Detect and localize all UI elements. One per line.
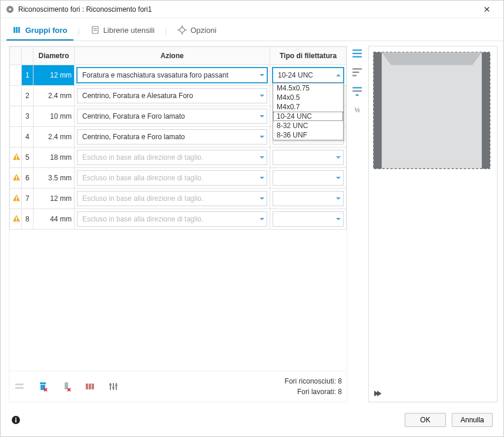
svg-rect-59 xyxy=(15,419,16,422)
action-dropdown[interactable]: Centrino, Foratura e Foro lamato xyxy=(77,129,267,144)
table-row[interactable]: 518 mmEscluso in base alla direzione di … xyxy=(10,147,347,168)
thread-dropdown[interactable] xyxy=(273,211,344,227)
svg-rect-18 xyxy=(16,179,17,180)
action-dropdown[interactable]: Escluso in base alla direzione di taglio… xyxy=(77,170,267,186)
col-diameter[interactable]: Diametro xyxy=(33,47,75,65)
thread-dropdown[interactable] xyxy=(273,150,344,165)
col-thread[interactable]: Tipo di filettatura xyxy=(270,47,347,65)
dropdown-option[interactable]: M4x0.7 xyxy=(273,102,343,112)
adjust-icon[interactable] xyxy=(108,381,119,392)
col-action[interactable]: Azione xyxy=(75,47,270,65)
table-row[interactable]: 712 mmEscluso in base alla direzione di … xyxy=(10,189,347,209)
row-index: 7 xyxy=(22,189,33,209)
thread-dropdown[interactable] xyxy=(273,170,344,186)
collapse-preview-icon[interactable] xyxy=(371,388,383,399)
thread-dropdown[interactable] xyxy=(273,191,344,206)
chevron-down-icon xyxy=(260,74,264,76)
action-value: Foratura e maschiatura svasatura foro pa… xyxy=(82,71,229,79)
tab-label: Librerie utensili xyxy=(103,26,154,35)
row-warning xyxy=(10,168,22,189)
svg-rect-20 xyxy=(16,196,17,199)
reorder-icon[interactable] xyxy=(85,381,95,392)
close-icon[interactable]: ✕ xyxy=(475,5,499,14)
info-icon[interactable] xyxy=(11,415,21,425)
preview-panel xyxy=(368,46,498,402)
thread-dropdown[interactable]: 10-24 UNC xyxy=(273,68,344,83)
percent-icon[interactable]: ½ xyxy=(352,105,362,115)
dropdown-option[interactable]: M4x0.5 xyxy=(273,93,343,102)
action-value: Centrino, Foratura e Alesatura Foro xyxy=(82,92,193,100)
row-index: 1 xyxy=(22,65,33,86)
filter-rows-icon[interactable] xyxy=(352,48,362,59)
dropdown-option[interactable]: 8-32 UNC xyxy=(273,121,343,130)
sort-icon[interactable] xyxy=(352,67,362,78)
expand-icon[interactable] xyxy=(352,86,362,96)
tab-librerie-utensili[interactable]: Librerie utensili xyxy=(85,22,160,41)
svg-rect-48 xyxy=(352,75,357,76)
action-value: Escluso in base alla direzione di taglio… xyxy=(82,194,203,203)
chevron-up-icon xyxy=(336,74,341,76)
svg-point-1 xyxy=(9,8,11,11)
groups-icon xyxy=(12,25,22,35)
thread-dropdown-list[interactable]: M4.5x0.75M4x0.5M4x0.710-24 UNC8-32 UNC8-… xyxy=(273,83,344,140)
chevron-down-icon xyxy=(336,218,341,220)
svg-rect-45 xyxy=(352,56,362,58)
svg-rect-34 xyxy=(86,384,88,389)
tab-opzioni[interactable]: Opzioni xyxy=(172,22,222,41)
svg-rect-53 xyxy=(374,52,382,169)
svg-rect-24 xyxy=(16,220,17,221)
svg-rect-46 xyxy=(352,68,362,69)
svg-point-8 xyxy=(180,28,184,32)
action-dropdown[interactable]: Centrino, Foratura e Foro lamato xyxy=(77,109,267,124)
svg-rect-52 xyxy=(374,52,490,169)
svg-point-40 xyxy=(109,384,112,386)
delete-group-icon[interactable] xyxy=(38,381,48,392)
action-dropdown[interactable]: Escluso in base alla direzione di taglio… xyxy=(77,191,267,206)
chevron-down-icon xyxy=(260,156,264,159)
svg-rect-49 xyxy=(352,87,362,88)
row-diameter: 2.4 mm xyxy=(33,127,75,147)
status-text: Fori riconosciuti: 8 Fori lavorati: 8 xyxy=(285,376,342,397)
group-similar-icon[interactable] xyxy=(14,381,25,392)
row-diameter: 18 mm xyxy=(33,147,75,168)
row-warning xyxy=(10,127,22,147)
svg-rect-7 xyxy=(93,30,97,31)
chevron-down-icon xyxy=(260,218,264,220)
tab-label: Gruppi foro xyxy=(25,26,68,35)
row-index: 4 xyxy=(22,127,33,147)
chevron-down-icon xyxy=(260,95,264,97)
action-dropdown[interactable]: Escluso in base alla direzione di taglio… xyxy=(77,211,267,227)
svg-rect-50 xyxy=(352,90,362,92)
svg-rect-21 xyxy=(16,199,17,200)
delete-hole-icon[interactable] xyxy=(61,381,72,392)
svg-rect-17 xyxy=(16,176,17,178)
svg-rect-44 xyxy=(352,53,362,54)
svg-rect-25 xyxy=(15,384,23,385)
svg-rect-60 xyxy=(15,418,16,419)
row-warning xyxy=(10,86,22,106)
ok-button[interactable]: OK xyxy=(405,413,446,427)
chevron-down-icon xyxy=(260,115,264,117)
chevron-down-icon xyxy=(260,197,264,200)
app-icon xyxy=(5,5,15,14)
action-dropdown[interactable]: Escluso in base alla direzione di taglio… xyxy=(77,150,267,165)
col-warn xyxy=(10,47,22,65)
row-diameter: 3.5 mm xyxy=(33,168,75,189)
row-diameter: 12 mm xyxy=(33,189,75,209)
dropdown-option[interactable]: 10-24 UNC xyxy=(273,112,343,121)
tab-gruppi-foro[interactable]: Gruppi foro xyxy=(6,22,73,41)
svg-rect-26 xyxy=(15,387,23,389)
row-warning xyxy=(10,106,22,127)
row-index: 5 xyxy=(22,147,33,168)
dropdown-option[interactable]: 8-36 UNF xyxy=(273,130,343,140)
svg-rect-23 xyxy=(16,217,17,219)
svg-rect-36 xyxy=(92,384,94,389)
table-row[interactable]: 844 mmEscluso in base alla direzione di … xyxy=(10,209,347,230)
dropdown-option[interactable]: M4.5x0.75 xyxy=(273,83,343,93)
table-row[interactable]: 63.5 mmEscluso in base alla direzione di… xyxy=(10,168,347,189)
action-dropdown[interactable]: Foratura e maschiatura svasatura foro pa… xyxy=(77,68,267,83)
cancel-button[interactable]: Annulla xyxy=(452,413,493,427)
action-dropdown[interactable]: Centrino, Foratura e Alesatura Foro xyxy=(77,88,267,103)
tab-bar: Gruppi foro | Librerie utensili | Opzion… xyxy=(1,18,503,41)
svg-rect-27 xyxy=(40,382,46,384)
